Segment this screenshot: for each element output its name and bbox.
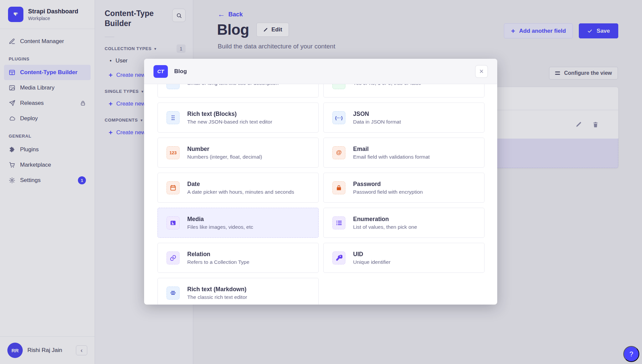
field-type-description: Email field with validations format bbox=[353, 154, 430, 160]
field-type-card-rich-text-markdown[interactable]: Rich text (Markdown)The classic rich tex… bbox=[157, 278, 319, 305]
close-modal-button[interactable]: × bbox=[475, 65, 488, 78]
field-type-description: The classic rich text editor bbox=[187, 294, 247, 300]
blocks-icon bbox=[167, 111, 180, 124]
date-icon bbox=[167, 181, 180, 194]
field-type-card-json[interactable]: {···}JSONData in JSON format bbox=[323, 103, 485, 133]
field-type-title: Date bbox=[187, 181, 294, 188]
field-type-title: Media bbox=[187, 216, 253, 223]
field-type-card-date[interactable]: DateA date picker with hours, minutes an… bbox=[157, 173, 319, 203]
modal-body: Small or long text like title or descrip… bbox=[144, 84, 497, 305]
field-type-card-password[interactable]: PasswordPassword field with encryption bbox=[323, 173, 485, 203]
field-type-card-media[interactable]: MediaFiles like images, videos, etc bbox=[157, 208, 319, 238]
field-type-title: UID bbox=[353, 251, 391, 258]
field-type-card-uid[interactable]: UIDUnique identifier bbox=[323, 243, 485, 273]
field-type-description: Numbers (integer, float, decimal) bbox=[187, 154, 262, 160]
field-type-description: Unique identifier bbox=[353, 259, 391, 265]
email-icon: @ bbox=[332, 146, 345, 159]
uid-icon bbox=[332, 251, 345, 264]
password-icon bbox=[332, 181, 345, 194]
enum-icon bbox=[332, 216, 345, 229]
media-icon bbox=[167, 216, 180, 229]
field-type-description: List of values, then pick one bbox=[353, 224, 417, 230]
field-type-card-clipped[interactable]: Yes or no, 1 or 0, true or false bbox=[323, 84, 485, 98]
field-type-description: Refers to a Collection Type bbox=[187, 259, 249, 265]
field-icon bbox=[332, 84, 345, 89]
field-type-description: A date picker with hours, minutes and se… bbox=[187, 189, 294, 195]
field-type-card-clipped[interactable]: Small or long text like title or descrip… bbox=[157, 84, 319, 98]
field-type-description: Data in JSON format bbox=[353, 119, 401, 125]
number-icon: 123 bbox=[167, 146, 180, 159]
field-type-card-enumeration[interactable]: EnumerationList of values, then pick one bbox=[323, 208, 485, 238]
markdown-icon bbox=[167, 287, 180, 300]
relation-icon bbox=[167, 251, 180, 264]
field-type-description: The new JSON-based rich text editor bbox=[187, 119, 272, 125]
field-type-card-email[interactable]: @EmailEmail field with validations forma… bbox=[323, 138, 485, 168]
modal-title: Blog bbox=[174, 68, 187, 75]
field-type-card-relation[interactable]: RelationRefers to a Collection Type bbox=[157, 243, 319, 273]
field-icon bbox=[167, 84, 180, 89]
field-type-title: Number bbox=[187, 146, 262, 153]
field-type-description: Yes or no, 1 or 0, true or false bbox=[353, 84, 421, 86]
field-type-description: Files like images, videos, etc bbox=[187, 224, 253, 230]
field-type-title: Email bbox=[353, 146, 430, 153]
field-type-title: Rich text (Blocks) bbox=[187, 111, 272, 118]
field-type-title: Rich text (Markdown) bbox=[187, 286, 247, 293]
json-icon: {···} bbox=[332, 111, 345, 124]
field-type-title: Enumeration bbox=[353, 216, 417, 223]
select-field-modal: CT Blog × Small or long text like title … bbox=[144, 59, 497, 305]
close-icon: × bbox=[479, 68, 484, 75]
field-type-card-number[interactable]: 123NumberNumbers (integer, float, decima… bbox=[157, 138, 319, 168]
field-type-title: Relation bbox=[187, 251, 249, 258]
field-type-title: Password bbox=[353, 181, 423, 188]
field-type-card-rich-text-blocks[interactable]: Rich text (Blocks)The new JSON-based ric… bbox=[157, 103, 319, 133]
field-type-description: Small or long text like title or descrip… bbox=[187, 84, 279, 86]
help-button[interactable]: ? bbox=[623, 346, 639, 362]
modal-header: CT Blog × bbox=[144, 59, 497, 84]
question-mark-icon: ? bbox=[629, 350, 633, 358]
field-type-title: JSON bbox=[353, 111, 401, 118]
content-type-badge: CT bbox=[153, 65, 168, 78]
field-type-description: Password field with encryption bbox=[353, 189, 423, 195]
